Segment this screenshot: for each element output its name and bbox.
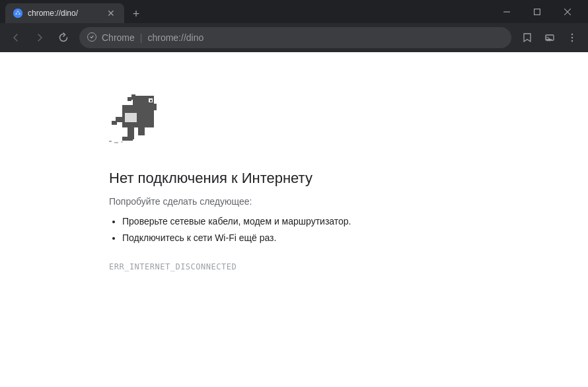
cast-button[interactable] (539, 27, 560, 48)
svg-point-10 (571, 37, 573, 38)
active-tab[interactable]: chrome://dino/ ✕ (5, 3, 124, 23)
error-code: ERR_INTERNET_DISCONNECTED (109, 262, 237, 271)
secure-icon (87, 32, 96, 44)
address-separator: | (140, 32, 143, 43)
svg-rect-27 (109, 141, 112, 142)
tab-favicon (13, 9, 22, 18)
new-tab-button[interactable]: + (127, 5, 145, 23)
suggestion-item-2: Подключитесь к сети Wi-Fi ещё раз. (122, 230, 351, 246)
svg-rect-21 (112, 121, 117, 125)
svg-rect-26 (138, 127, 145, 135)
titlebar: chrome://dino/ ✕ + (0, 0, 588, 23)
toolbar: Chrome | chrome://dino (0, 23, 588, 52)
svg-rect-14 (146, 104, 157, 110)
svg-rect-3 (534, 9, 540, 15)
svg-point-9 (571, 34, 573, 35)
error-title: Нет подключения к Интернету (109, 170, 312, 187)
address-bar[interactable]: Chrome | chrome://dino (79, 27, 511, 48)
svg-rect-19 (128, 97, 131, 101)
svg-rect-17 (125, 113, 137, 122)
back-button[interactable] (5, 27, 26, 48)
toolbar-right (517, 27, 583, 48)
address-url: chrome://dino (147, 32, 203, 43)
svg-rect-29 (121, 141, 123, 143)
maximize-button[interactable] (522, 1, 552, 22)
minimize-button[interactable] (492, 1, 522, 22)
tabs-area: chrome://dino/ ✕ + (5, 0, 486, 23)
svg-point-11 (571, 40, 573, 42)
dino-illustration (109, 92, 167, 154)
bookmark-button[interactable] (517, 27, 538, 48)
tab-close-button[interactable]: ✕ (106, 8, 116, 18)
svg-rect-16 (150, 100, 152, 102)
page-content: Нет подключения к Интернету Попробуйте с… (0, 52, 588, 387)
error-container: Нет подключения к Интернету Попробуйте с… (109, 92, 351, 271)
address-site-name: Chrome (102, 32, 135, 43)
close-button[interactable] (552, 1, 583, 22)
svg-rect-28 (114, 142, 118, 143)
menu-button[interactable] (562, 27, 583, 48)
reload-button[interactable] (53, 27, 74, 48)
error-suggestions: Проверьте сетевые кабели, модем и маршру… (109, 213, 351, 246)
suggestion-item-1: Проверьте сетевые кабели, модем и маршру… (122, 213, 351, 230)
svg-point-1 (17, 12, 19, 15)
window-controls (492, 1, 583, 22)
forward-button[interactable] (29, 27, 50, 48)
error-subtitle: Попробуйте сделать следующее: (109, 196, 252, 207)
svg-rect-23 (142, 120, 147, 122)
svg-rect-18 (131, 94, 135, 100)
svg-rect-25 (122, 137, 133, 141)
tab-title: chrome://dino/ (28, 9, 100, 18)
